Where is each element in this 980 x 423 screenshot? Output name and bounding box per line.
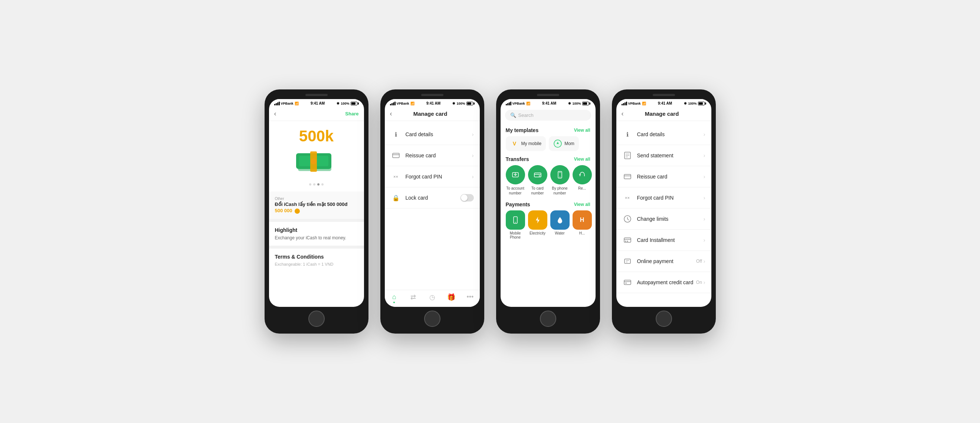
tab-more-2[interactable]: ••• <box>460 293 479 303</box>
payment-electricity[interactable]: Electricity <box>528 210 547 239</box>
share-button[interactable]: Share <box>345 111 358 116</box>
status-right-4: ✱ 100% <box>684 102 706 105</box>
transfers-view-all[interactable]: View all <box>574 157 590 162</box>
reissue-icon-2 <box>391 150 401 161</box>
chevron-4f: › <box>703 237 705 243</box>
battery-2: 100% <box>457 102 465 105</box>
by-phone-icon <box>550 165 570 184</box>
svg-point-13 <box>560 177 560 177</box>
nav-bar-1: ‹ Share <box>269 107 364 121</box>
home-button-4[interactable] <box>656 310 672 327</box>
dot-3 <box>317 183 320 186</box>
menu-item-forgot-pin-2[interactable]: ×× Forgot card PIN › <box>385 166 480 188</box>
water-label: Water <box>555 231 565 235</box>
search-placeholder: Search <box>519 113 534 118</box>
transfer-by-phone[interactable]: By phone number <box>550 165 570 196</box>
menu-item-lock-2[interactable]: 🔒 Lock card <box>385 188 480 208</box>
h-label: H... <box>579 231 585 235</box>
transfer-to-card[interactable]: To card number <box>528 165 547 196</box>
back-button-2[interactable]: ‹ <box>390 110 392 118</box>
info-title: Đổi iCash lấy tiền mặt 500 000đ <box>275 202 358 207</box>
menu-item-reissue-4[interactable]: Reissue card › <box>616 166 711 188</box>
battery-3: 100% <box>572 102 581 105</box>
to-account-label: To account number <box>506 186 525 196</box>
transfer-to-account[interactable]: To account number <box>506 165 525 196</box>
lock-label-2: Lock card <box>406 195 460 201</box>
signal-icon <box>274 102 280 105</box>
pin-icon-4: ×× <box>622 192 633 203</box>
menu-item-autopayment[interactable]: Autopayment credit card On › <box>616 272 711 293</box>
status-bar-4: VPBank 📶 9:41 AM ✱ 100% <box>616 99 711 107</box>
payments-view-all[interactable]: View all <box>574 202 590 207</box>
carrier-2: VPBank <box>397 102 409 105</box>
transfers-title: Transfers <box>506 156 529 162</box>
tab-gifts-2[interactable]: 🎁 <box>442 293 460 303</box>
online-payment-label: Online payment <box>637 258 697 264</box>
transfer-re[interactable]: Re... <box>573 165 592 196</box>
tab-history-2[interactable]: ◷ <box>423 293 442 303</box>
status-left-3: VPBank 📶 <box>506 102 530 105</box>
nav-bar-4: ‹ Manage card <box>616 107 711 121</box>
time-2: 9:41 AM <box>426 101 441 105</box>
payment-h[interactable]: H H... <box>573 210 592 239</box>
tab-home-2[interactable]: ⌂ <box>385 293 404 303</box>
status-right-3: ✱ 100% <box>568 102 590 105</box>
online-payment-icon <box>622 256 633 266</box>
chevron-4e: › <box>703 216 705 222</box>
templates-row: V My mobile Mom <box>506 136 590 151</box>
chevron-4d: › <box>703 195 705 201</box>
menu-item-online-payment[interactable]: Online payment Off › <box>616 251 711 272</box>
menu-item-card-details-2[interactable]: ℹ Card details › <box>385 124 480 145</box>
battery-icon-4 <box>698 102 706 105</box>
payments-header: Payments View all <box>506 202 590 207</box>
chevron-4c: › <box>703 174 705 180</box>
change-limits-label: Change limits <box>637 216 703 222</box>
back-button-1[interactable]: ‹ <box>274 110 277 118</box>
phone-2: VPBank 📶 9:41 AM ✱ 100% ‹ Manage card <box>380 89 484 334</box>
home-button-3[interactable] <box>540 310 556 327</box>
payment-mobile-phone[interactable]: Mobile Phone <box>506 210 525 239</box>
card-installment-label: Card Installment <box>637 237 703 243</box>
templates-view-all[interactable]: View all <box>574 128 590 133</box>
template-mom[interactable]: Mom <box>549 136 579 151</box>
home-button-1[interactable] <box>309 310 325 327</box>
divider-1 <box>269 219 364 222</box>
menu-item-card-details-4[interactable]: ℹ Card details › <box>616 124 711 145</box>
signal-icon-3 <box>506 102 511 105</box>
svg-rect-21 <box>624 174 631 179</box>
bluetooth-icon-3: ✱ <box>568 102 571 105</box>
phone-1-notch <box>305 94 328 96</box>
search-bar[interactable]: 🔍 Search <box>505 110 591 121</box>
menu-item-reissue-2[interactable]: Reissue card › <box>385 145 480 166</box>
to-card-label: To card number <box>528 186 547 196</box>
mobile-phone-label: Mobile Phone <box>506 231 525 239</box>
menu-item-card-installment[interactable]: Card Installment › <box>616 230 711 251</box>
nav-bar-2: ‹ Manage card <box>385 107 480 121</box>
menu-item-forgot-pin-4[interactable]: ×× Forgot card PIN › <box>616 188 711 208</box>
wifi-icon-2: 📶 <box>410 102 415 105</box>
online-payment-value: Off <box>696 259 702 264</box>
tab-active-dot-2 <box>393 302 395 303</box>
menu-list-2: ℹ Card details › Reissue card › ×× <box>385 121 480 212</box>
electricity-label: Electricity <box>530 231 546 235</box>
my-mobile-logo: V <box>510 139 519 148</box>
lock-toggle-2[interactable] <box>460 194 474 202</box>
history-tab-icon-2: ◷ <box>430 293 435 301</box>
back-button-4[interactable]: ‹ <box>622 110 624 118</box>
template-my-mobile[interactable]: V My mobile <box>506 136 546 151</box>
tc-title: Terms & Conditions <box>275 254 358 260</box>
svg-rect-29 <box>624 280 631 285</box>
payment-water[interactable]: Water <box>550 210 570 239</box>
chevron-4g: › <box>703 258 705 264</box>
to-account-icon <box>506 165 525 184</box>
home-button-2[interactable] <box>424 310 441 327</box>
menu-item-send-statement[interactable]: Send statement › <box>616 145 711 166</box>
payments-title: Payments <box>506 202 530 207</box>
dot-4 <box>321 183 324 186</box>
status-right-2: ✱ 100% <box>452 102 474 105</box>
h-icon: H <box>573 210 592 230</box>
menu-item-change-limits[interactable]: Change limits › <box>616 208 711 230</box>
tab-transfer-2[interactable]: ⇄ <box>404 293 423 303</box>
phone-3-notch <box>537 94 559 96</box>
pin-icon-2: ×× <box>391 172 401 182</box>
